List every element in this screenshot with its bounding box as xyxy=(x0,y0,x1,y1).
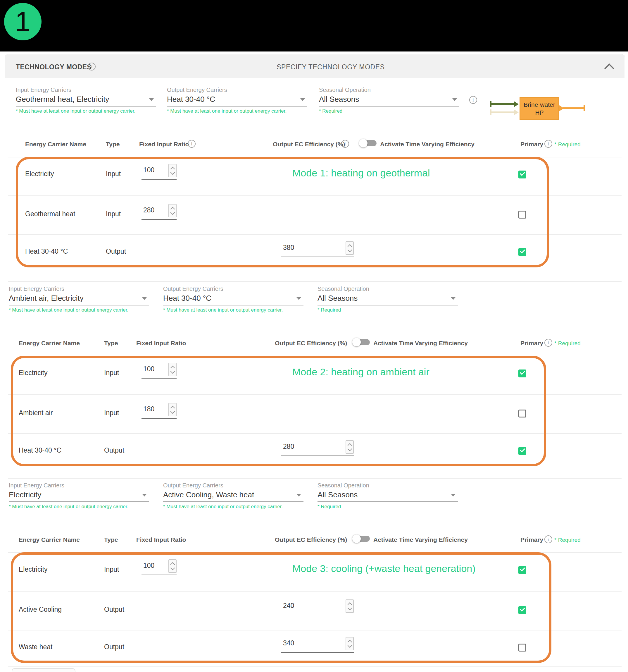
output-ec-select[interactable]: Heat 30-40 °C xyxy=(167,95,215,104)
technology-modes-info-icon[interactable] xyxy=(88,63,96,71)
dropdown-caret-icon[interactable] xyxy=(300,98,305,101)
time-varying-efficiency-toggle[interactable] xyxy=(359,139,377,147)
primary-checkbox[interactable] xyxy=(518,606,526,614)
col-type: Type xyxy=(106,141,120,148)
dropdown-caret-icon[interactable] xyxy=(142,297,147,300)
seasonal-select[interactable]: All Seasons xyxy=(318,294,357,303)
output-ec-helper: * Must have at least one input or output… xyxy=(163,504,283,510)
ratio-stepper[interactable] xyxy=(169,164,177,177)
row-name: Heat 30-40 °C xyxy=(25,247,68,256)
ratio-stepper[interactable] xyxy=(169,403,177,416)
row-name: Waste heat xyxy=(19,643,52,651)
ratio-stepper[interactable] xyxy=(169,559,177,573)
primary-checkbox[interactable] xyxy=(518,566,526,574)
seasonal-info-icon[interactable] xyxy=(469,96,477,104)
input-ec-helper: * Must have at least one input or output… xyxy=(16,108,135,114)
col-activate-time-varying: Activate Time Varying Efficiency xyxy=(380,141,475,148)
col-activate-time-varying: Activate Time Varying Efficiency xyxy=(373,340,468,347)
efficiency-stepper[interactable] xyxy=(346,637,354,650)
dropdown-caret-icon[interactable] xyxy=(297,297,301,300)
fixed-input-ratio-field[interactable]: 100 xyxy=(143,365,154,373)
primary-checkbox[interactable] xyxy=(518,410,526,417)
dropdown-caret-icon[interactable] xyxy=(142,494,147,497)
input-ec-select[interactable]: Electricity xyxy=(9,490,41,499)
dropdown-caret-icon[interactable] xyxy=(149,98,154,101)
col-output-ec-efficiency: Output EC Efficiency (%) xyxy=(273,141,345,148)
seasonal-helper: * Required xyxy=(318,307,341,313)
fixed-input-ratio-field[interactable]: 280 xyxy=(143,206,154,214)
hp-technology-box: Brine-water HP xyxy=(520,97,559,120)
section-divider xyxy=(8,281,622,282)
fixed-input-ratio-field[interactable]: 180 xyxy=(143,405,154,413)
ratio-stepper[interactable] xyxy=(169,204,177,217)
output-ec-label: Output Energy Carriers xyxy=(163,286,223,292)
row-name: Electricity xyxy=(19,566,47,573)
output-efficiency-field[interactable]: 240 xyxy=(283,602,294,610)
ratio-stepper[interactable] xyxy=(169,363,177,376)
mode-3-section: Input Energy Carriers Electricity * Must… xyxy=(0,482,628,672)
fixed-input-ratio-info-icon[interactable] xyxy=(188,140,196,148)
row-name: Heat 30-40 °C xyxy=(19,447,61,454)
row-type: Input xyxy=(104,409,119,417)
section-divider xyxy=(8,667,622,667)
underline xyxy=(16,106,156,106)
output-efficiency-field[interactable]: 280 xyxy=(283,442,294,451)
primary-checkbox[interactable] xyxy=(518,644,526,651)
time-varying-efficiency-toggle[interactable] xyxy=(352,534,371,543)
divider xyxy=(8,195,622,196)
underline xyxy=(318,501,458,502)
input-ec-select[interactable]: Geothermal heat, Electricity xyxy=(16,95,109,104)
primary-info-icon[interactable] xyxy=(544,339,552,347)
input-ec-select[interactable]: Ambient air, Electricity xyxy=(9,294,84,303)
primary-checkbox[interactable] xyxy=(518,369,526,377)
divider xyxy=(8,394,622,395)
efficiency-stepper[interactable] xyxy=(346,599,354,613)
underline xyxy=(319,106,459,106)
primary-checkbox[interactable] xyxy=(518,211,526,219)
fixed-input-ratio-field[interactable]: 100 xyxy=(143,562,154,570)
toggle-thumb xyxy=(352,534,361,543)
output-ec-label: Output Energy Carriers xyxy=(167,87,227,93)
fixed-input-ratio-field[interactable]: 100 xyxy=(143,166,154,174)
primary-info-icon[interactable] xyxy=(544,140,552,148)
output-ec-select[interactable]: Active Cooling, Waste heat xyxy=(163,490,254,499)
primary-checkbox[interactable] xyxy=(518,447,526,455)
efficiency-stepper[interactable] xyxy=(346,440,354,454)
output-ec-select[interactable]: Heat 30-40 °C xyxy=(163,294,211,303)
input-ec-helper: * Must have at least one input or output… xyxy=(9,307,128,313)
row-type: Output xyxy=(106,247,126,256)
step-badge: 1 xyxy=(4,3,42,40)
primary-checkbox[interactable] xyxy=(518,171,526,178)
output-ec-helper: * Must have at least one input or output… xyxy=(167,108,286,114)
output-ec-helper: * Must have at least one input or output… xyxy=(163,307,283,313)
seasonal-select[interactable]: All Seasons xyxy=(319,95,359,104)
dropdown-caret-icon[interactable] xyxy=(451,494,455,497)
mode-1-section: Input Energy Carriers Geothermal heat, E… xyxy=(0,87,628,286)
time-varying-efficiency-toggle[interactable] xyxy=(352,338,371,346)
underline xyxy=(9,501,149,502)
dropdown-caret-icon[interactable] xyxy=(452,98,457,101)
seasonal-select[interactable]: All Seasons xyxy=(318,490,357,499)
add-mode-button-partial[interactable] xyxy=(12,668,75,672)
col-activate-time-varying: Activate Time Varying Efficiency xyxy=(373,536,468,543)
underline xyxy=(163,501,303,502)
col-output-ec-efficiency: Output EC Efficiency (%) xyxy=(275,340,347,347)
page: 1 TECHNOLOGY MODES SPECIFY TECHNOLOGY MO… xyxy=(0,0,628,672)
efficiency-stepper[interactable] xyxy=(346,241,354,255)
primary-required: * Required xyxy=(554,340,581,347)
primary-info-icon[interactable] xyxy=(544,535,552,543)
underline xyxy=(142,418,177,418)
output-efficiency-field[interactable]: 340 xyxy=(283,639,294,647)
col-energy-carrier-name: Energy Carrier Name xyxy=(25,141,86,148)
row-type: Output xyxy=(104,643,124,651)
underline xyxy=(167,106,307,106)
dropdown-caret-icon[interactable] xyxy=(297,494,301,497)
divider xyxy=(8,433,622,434)
primary-checkbox[interactable] xyxy=(518,248,526,256)
dropdown-caret-icon[interactable] xyxy=(451,297,455,300)
output-ec-efficiency-info-icon[interactable] xyxy=(341,140,349,148)
output-efficiency-field[interactable]: 380 xyxy=(283,244,294,251)
underline xyxy=(281,257,354,257)
hp-label-line1: Brine-water xyxy=(524,101,555,109)
col-output-ec-efficiency: Output EC Efficiency (%) xyxy=(275,536,347,543)
